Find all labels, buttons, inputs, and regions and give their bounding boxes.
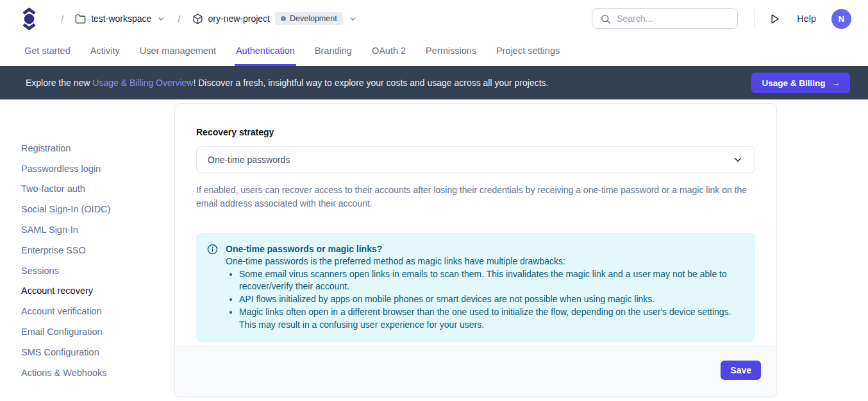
- callout-bullet-list: Some email virus scanners open links in …: [239, 268, 742, 332]
- tab-project-settings[interactable]: Project settings: [495, 37, 561, 66]
- tab-authentication[interactable]: Authentication: [235, 37, 296, 66]
- sidebar-item-registration[interactable]: Registration: [21, 138, 174, 158]
- sidebar-item-enterprise-sso[interactable]: Enterprise SSO: [21, 240, 174, 260]
- environment-dot-icon: [281, 16, 286, 21]
- search-box[interactable]: [592, 8, 738, 29]
- avatar[interactable]: N: [831, 9, 851, 29]
- project-name: ory-new-project: [208, 13, 270, 24]
- tab-oauth2[interactable]: OAuth 2: [371, 37, 407, 66]
- callout-bullet: Some email virus scanners open links in …: [239, 268, 742, 293]
- package-icon: [192, 13, 203, 24]
- callout-title: One-time passwords or magic links?: [226, 243, 742, 255]
- otp-magic-links-callout: One-time passwords or magic links? One-t…: [196, 233, 755, 342]
- environment-label: Development: [290, 14, 337, 23]
- usage-billing-button[interactable]: Usage & Billing →: [751, 73, 850, 93]
- sidebar-item-email-configuration[interactable]: Email Configuration: [21, 321, 174, 342]
- sidebar-item-saml-sign-in[interactable]: SAML Sign-In: [21, 219, 174, 240]
- banner-text: Explore the new Usage & Billing Overview…: [26, 78, 549, 88]
- arrow-right-icon: →: [831, 78, 840, 88]
- header-divider: [755, 9, 755, 28]
- sidebar-item-account-verification[interactable]: Account verification: [21, 301, 174, 321]
- callout-bullet: API flows initialized by apps on mobile …: [239, 293, 742, 306]
- recovery-description: If enabled, users can recover access to …: [196, 183, 755, 210]
- chevron-down-icon: [348, 14, 358, 24]
- tab-get-started[interactable]: Get started: [23, 37, 72, 66]
- recovery-strategy-value: One-time passwords: [208, 155, 290, 165]
- callout-bullet: Magic links often open in a different br…: [239, 306, 742, 331]
- breadcrumb-separator: /: [178, 13, 180, 24]
- account-recovery-card: Recovery strategy One-time passwords If …: [174, 103, 777, 397]
- sidebar-item-actions-webhooks[interactable]: Actions & Webhooks: [21, 363, 174, 383]
- sidebar-item-sessions[interactable]: Sessions: [21, 260, 174, 281]
- search-input[interactable]: [617, 13, 730, 24]
- tab-activity[interactable]: Activity: [89, 37, 121, 66]
- tab-user-management[interactable]: User management: [138, 37, 217, 66]
- tab-permissions[interactable]: Permissions: [424, 37, 478, 66]
- help-link[interactable]: Help: [797, 13, 816, 24]
- workspace-name: test-workspace: [91, 13, 151, 24]
- ory-logo-icon[interactable]: [22, 8, 37, 30]
- recovery-strategy-label: Recovery strategy: [196, 127, 755, 137]
- info-icon: [207, 244, 218, 331]
- sidebar-item-sms-configuration[interactable]: SMS Configuration: [21, 342, 174, 363]
- usage-billing-overview-link[interactable]: Usage & Billing Overview: [92, 78, 193, 88]
- top-header: / test-workspace / ory-new-project Devel…: [0, 0, 868, 37]
- chevron-down-icon: [732, 154, 744, 166]
- chevron-down-icon: [156, 14, 166, 24]
- play-icon[interactable]: [769, 13, 780, 24]
- save-button[interactable]: Save: [721, 361, 761, 380]
- sidebar-item-passwordless-login[interactable]: Passwordless login: [21, 158, 174, 179]
- sidebar-item-social-sign-in[interactable]: Social Sign-In (OIDC): [21, 199, 174, 219]
- sidebar-item-account-recovery[interactable]: Account recovery: [21, 281, 174, 302]
- callout-intro: One-time passwords is the preferred meth…: [226, 255, 742, 268]
- search-icon: [600, 13, 611, 24]
- environment-badge: Development: [275, 12, 343, 25]
- folder-icon: [75, 13, 86, 24]
- project-nav-tabs: Get started Activity User management Aut…: [0, 37, 868, 66]
- workspace-breadcrumb[interactable]: test-workspace: [75, 13, 166, 24]
- card-footer: Save: [175, 346, 776, 397]
- authentication-sidebar: Registration Passwordless login Two-fact…: [0, 99, 174, 401]
- usage-billing-banner: Explore the new Usage & Billing Overview…: [0, 66, 868, 99]
- breadcrumb-separator: /: [61, 13, 63, 24]
- tab-branding[interactable]: Branding: [313, 37, 353, 66]
- recovery-strategy-select[interactable]: One-time passwords: [196, 146, 755, 173]
- sidebar-item-two-factor-auth[interactable]: Two-factor auth: [21, 179, 174, 200]
- project-breadcrumb[interactable]: ory-new-project Development: [192, 12, 358, 25]
